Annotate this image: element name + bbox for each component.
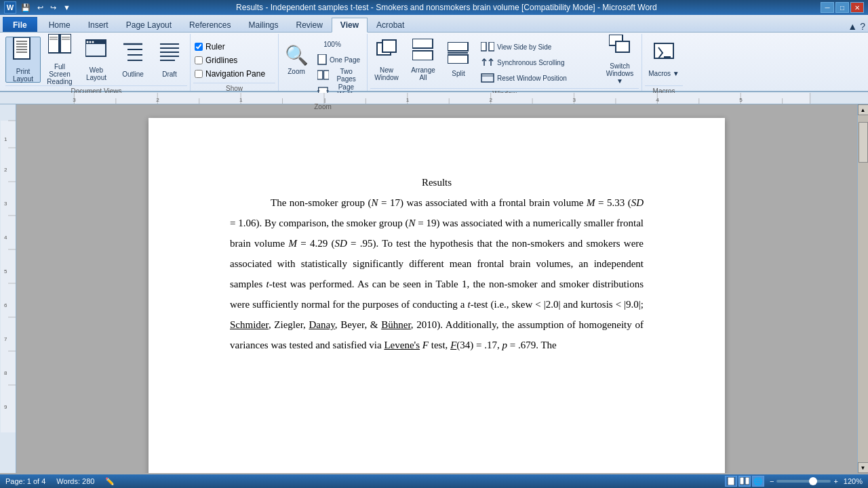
svg-text:6: 6 xyxy=(4,302,7,308)
tab-references[interactable]: References xyxy=(180,17,239,32)
gridlines-checkbox[interactable] xyxy=(195,56,203,64)
tab-view[interactable]: View xyxy=(332,18,368,33)
full-read-status-btn[interactable] xyxy=(738,476,751,487)
one-page-button[interactable]: One Page xyxy=(314,52,364,67)
new-window-icon xyxy=(376,39,397,65)
svg-text:2: 2 xyxy=(490,97,493,103)
title-bar: W 💾 ↩ ↪ ▼ Results - Independent samples … xyxy=(0,0,868,15)
quick-dropdown-btn[interactable]: ▼ xyxy=(61,3,73,12)
nav-pane-checkbox[interactable] xyxy=(195,70,203,78)
synchronous-scrolling-label: Synchronous Scrolling xyxy=(497,59,565,66)
ruler-checkbox-row[interactable]: Ruler xyxy=(193,41,226,53)
save-quick-btn[interactable]: 💾 xyxy=(19,3,33,12)
document-page[interactable]: Results The non-smoker group (N = 17) wa… xyxy=(149,118,725,473)
ribbon-help-btn[interactable]: ? xyxy=(860,21,865,32)
zoom-100-button[interactable]: 100% xyxy=(314,37,351,52)
svg-rect-26 xyxy=(318,54,326,64)
undo-quick-btn[interactable]: ↩ xyxy=(35,3,45,12)
gridlines-checkbox-row[interactable]: Gridlines xyxy=(193,54,239,66)
minimize-button[interactable]: ─ xyxy=(821,2,834,13)
outline-button[interactable]: Outline xyxy=(115,37,151,83)
full-screen-reading-button[interactable]: Full ScreenReading xyxy=(42,37,77,83)
close-button[interactable]: ✕ xyxy=(850,2,864,13)
view-side-by-side-button[interactable]: View Side by Side xyxy=(476,39,598,54)
ribbon-right-controls[interactable]: ▲ ? xyxy=(848,21,868,32)
ribbon-collapse-btn[interactable]: ▲ xyxy=(848,21,857,32)
document-title: Results xyxy=(230,172,644,192)
window-controls[interactable]: ─ □ ✕ xyxy=(821,2,864,13)
svg-text:5: 5 xyxy=(739,97,743,103)
page-info: Page: 1 of 4 xyxy=(5,477,45,485)
zoom-level[interactable]: 120% xyxy=(844,477,863,485)
draft-button[interactable]: Draft xyxy=(152,37,187,83)
arrange-all-button[interactable]: ArrangeAll xyxy=(406,37,441,83)
group-show: Ruler Gridlines Navigation Pane Show xyxy=(191,34,279,91)
zoom-plus-btn[interactable]: + xyxy=(833,477,837,485)
tab-insert[interactable]: Insert xyxy=(79,17,117,32)
zoom-control[interactable]: − + xyxy=(770,477,838,485)
group-window: NewWindow ArrangeAll xyxy=(368,34,642,91)
zoom-track[interactable] xyxy=(776,480,831,483)
two-pages-button[interactable]: Two Pages xyxy=(314,68,364,83)
ruler-label: Ruler xyxy=(205,42,225,52)
group-zoom: 🔍 Zoom 100% One Page xyxy=(279,34,368,91)
redo-quick-btn[interactable]: ↪ xyxy=(48,3,58,12)
maximize-button[interactable]: □ xyxy=(835,2,849,13)
tab-review[interactable]: Review xyxy=(287,17,331,32)
nav-pane-checkbox-row[interactable]: Navigation Pane xyxy=(193,68,267,80)
group-macros: Macros ▼ Macros xyxy=(642,34,686,91)
document-scroll-area[interactable]: Results The non-smoker group (N = 17) wa… xyxy=(16,104,857,473)
scroll-down-button[interactable]: ▼ xyxy=(858,462,869,473)
zoom-content: 🔍 Zoom 100% One Page xyxy=(281,35,364,100)
print-view-status-btn[interactable] xyxy=(725,476,737,487)
full-screen-icon xyxy=(48,34,71,62)
svg-point-16 xyxy=(92,41,94,43)
ruler-checkbox[interactable] xyxy=(195,43,203,51)
svg-rect-27 xyxy=(317,70,323,79)
horizontal-ruler: 3 2 1 | 1 2 3 4 5 xyxy=(33,93,852,104)
reset-window-button[interactable]: Reset Window Position xyxy=(476,70,598,85)
scroll-track[interactable] xyxy=(858,115,868,462)
web-view-status-btn[interactable]: 🌐 xyxy=(752,476,764,487)
svg-rect-6 xyxy=(48,34,59,53)
svg-rect-46 xyxy=(616,41,629,52)
svg-rect-102 xyxy=(745,477,749,485)
svg-rect-33 xyxy=(382,40,396,52)
split-button[interactable]: Split xyxy=(443,37,473,83)
zoom-minus-btn[interactable]: − xyxy=(770,477,774,485)
web-layout-button[interactable]: WebLayout xyxy=(79,37,114,83)
document-views-content: PrintLayout Full ScreenReading xyxy=(5,35,187,84)
macros-button[interactable]: Macros ▼ xyxy=(645,37,683,83)
quick-access-toolbar[interactable]: W 💾 ↩ ↪ ▼ xyxy=(4,1,73,14)
svg-rect-81 xyxy=(1,121,16,432)
scroll-up-button[interactable]: ▲ xyxy=(858,104,869,115)
svg-point-14 xyxy=(87,41,89,43)
new-window-button[interactable]: NewWindow xyxy=(370,37,403,83)
macros-content: Macros ▼ xyxy=(645,35,683,84)
tab-home[interactable]: Home xyxy=(40,17,79,32)
tab-mailings[interactable]: Mailings xyxy=(239,17,287,32)
arrange-all-label: ArrangeAll xyxy=(411,66,435,81)
scroll-thumb[interactable] xyxy=(859,122,868,163)
view-mode-buttons[interactable]: 🌐 xyxy=(725,476,764,487)
ribbon-tabs: File Home Insert Page Layout References … xyxy=(0,15,868,33)
view-side-icon xyxy=(481,42,494,52)
zoom-icon: 🔍 xyxy=(285,44,309,66)
print-layout-button[interactable]: PrintLayout xyxy=(5,37,41,83)
switch-windows-button[interactable]: SwitchWindows ▼ xyxy=(601,37,639,83)
word-icon: W xyxy=(4,1,16,14)
zoom-button[interactable]: 🔍 Zoom xyxy=(281,37,311,83)
vertical-ruler: 1 2 3 4 5 6 7 8 9 xyxy=(0,104,16,473)
svg-text:9: 9 xyxy=(4,404,7,410)
tab-page-layout[interactable]: Page Layout xyxy=(117,17,180,32)
vertical-scrollbar[interactable]: ▲ ▼ xyxy=(857,104,868,473)
svg-text:1: 1 xyxy=(239,97,243,103)
draft-label: Draft xyxy=(162,70,177,78)
tab-acrobat[interactable]: Acrobat xyxy=(368,17,413,32)
synchronous-scrolling-button[interactable]: Synchronous Scrolling xyxy=(476,55,598,70)
tab-file[interactable]: File xyxy=(3,17,37,32)
switch-windows-label: SwitchWindows ▼ xyxy=(603,62,637,85)
document-paragraph: The non-smoker group (N = 17) was associ… xyxy=(230,192,644,355)
svg-text:3: 3 xyxy=(73,97,76,103)
zoom-thumb[interactable] xyxy=(809,477,817,485)
